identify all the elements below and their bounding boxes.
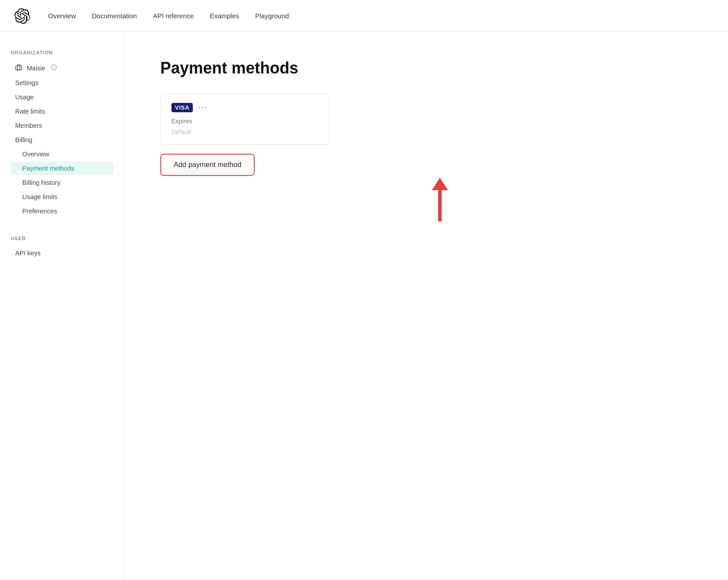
org-section-label: ORGANIZATION	[11, 50, 114, 55]
card-default: Default	[171, 128, 318, 135]
nav-playground[interactable]: Playground	[255, 12, 289, 20]
sidebar-item-usage-limits[interactable]: Usage limits	[11, 190, 114, 204]
sidebar-item-payment-methods[interactable]: Payment methods	[11, 162, 114, 175]
sidebar-item-api-keys[interactable]: API keys	[11, 246, 114, 260]
layout: ORGANIZATION Maisie Settings	[0, 32, 728, 580]
arrow-head	[432, 178, 448, 190]
add-payment-method-button[interactable]: Add payment method	[160, 154, 255, 176]
nav-api-reference[interactable]: API reference	[153, 12, 194, 20]
card-expires: Expires	[171, 118, 318, 125]
sidebar-item-billing-overview[interactable]: Overview	[11, 147, 114, 161]
logo[interactable]	[14, 8, 30, 24]
sidebar-item-members[interactable]: Members	[11, 119, 114, 132]
main-content: Payment methods VISA ··· Expires Default…	[125, 32, 728, 580]
sidebar: ORGANIZATION Maisie Settings	[0, 32, 125, 580]
sidebar-item-org-name[interactable]: Maisie	[11, 61, 114, 75]
user-section-label: USER	[11, 236, 114, 241]
page-title: Payment methods	[160, 59, 692, 78]
nav-examples[interactable]: Examples	[210, 12, 239, 20]
svg-rect-0	[16, 66, 21, 70]
nav-overview[interactable]: Overview	[48, 12, 76, 20]
nav-links: Overview Documentation API reference Exa…	[48, 12, 289, 20]
nav-documentation[interactable]: Documentation	[92, 12, 137, 20]
sidebar-item-settings[interactable]: Settings	[11, 76, 114, 90]
sidebar-item-billing[interactable]: Billing	[11, 133, 114, 147]
top-nav: Overview Documentation API reference Exa…	[0, 0, 728, 32]
sidebar-item-rate-limits[interactable]: Rate limits	[11, 105, 114, 118]
sidebar-item-billing-history[interactable]: Billing history	[11, 176, 114, 189]
payment-card: VISA ··· Expires Default	[160, 94, 329, 145]
briefcase-icon	[15, 64, 22, 72]
org-name: Maisie	[27, 65, 45, 72]
card-header: VISA ···	[171, 103, 318, 112]
card-menu-button[interactable]: ···	[198, 103, 207, 112]
info-icon	[51, 64, 57, 72]
visa-badge: VISA	[171, 103, 193, 112]
arrow-shaft	[438, 190, 442, 221]
sidebar-item-preferences[interactable]: Preferences	[11, 204, 114, 218]
sidebar-item-usage[interactable]: Usage	[11, 90, 114, 104]
arrow-annotation	[187, 178, 692, 221]
